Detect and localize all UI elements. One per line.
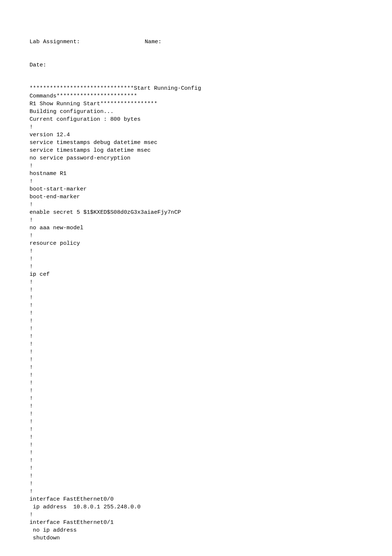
document-page: Lab Assignment:Name: Date: *************… <box>0 0 392 556</box>
header-line-1: Lab Assignment:Name: <box>30 38 362 46</box>
name-label: Name: <box>145 38 162 46</box>
lab-assignment-label: Lab Assignment: <box>30 38 145 46</box>
date-label: Date: <box>30 62 47 68</box>
running-config-block: *******************************Start Run… <box>30 77 362 542</box>
